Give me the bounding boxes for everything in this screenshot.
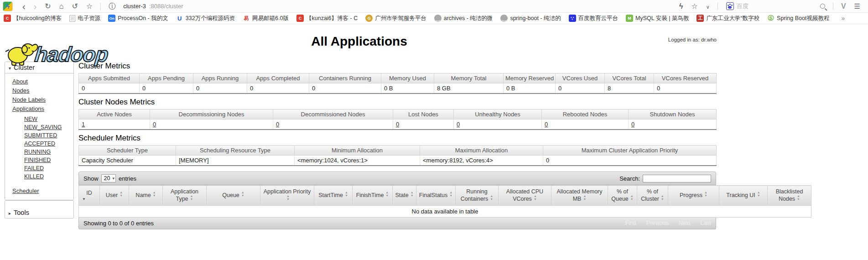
sort-header-progress[interactable]: Progress (668, 186, 719, 206)
expand-triangle-icon (9, 209, 11, 216)
address-bar[interactable]: cluster-3:8088/cluster (104, 3, 183, 10)
bookmark-label: 广东工业大学“数字校 (706, 15, 759, 22)
sidebar-item-state-submitted[interactable]: SUBMITTED (24, 132, 57, 139)
yarn-page: Logged in as: dr.who hadoop All Applicat… (0, 34, 718, 229)
column-header: Apps Submitted (79, 73, 140, 83)
sidebar-item-state-accepted[interactable]: ACCEPTED (24, 140, 55, 147)
pagination-last[interactable]: Last (700, 220, 711, 226)
download-icon[interactable] (841, 3, 846, 10)
sidebar-item-state-killed[interactable]: KILLED (24, 173, 44, 180)
page-size-select[interactable]: 20 (101, 174, 116, 182)
sort-header-starttime[interactable]: StartTime (314, 186, 353, 206)
bookmark-star-icon[interactable] (86, 3, 93, 10)
sort-header-pct-of-queue[interactable]: % of Queue (608, 186, 637, 206)
sort-header-user[interactable]: User (100, 186, 129, 206)
sort-icon (661, 196, 664, 203)
sort-header-name[interactable]: Name (129, 186, 163, 206)
sort-header-finalstatus[interactable]: FinalStatus (416, 186, 456, 206)
sort-header-pct-of-cluster[interactable]: % of Cluster (637, 186, 668, 206)
column-header: Memory Used (381, 73, 434, 83)
sidebar-item-state-running[interactable]: RUNNING (24, 149, 51, 155)
unhealthy-nodes-link[interactable]: 0 (457, 121, 460, 128)
column-header: Maximum Cluster Application Priority (543, 146, 717, 156)
site-info-icon[interactable] (109, 3, 116, 10)
bookmark-item[interactable]: OnProcessOn - 我的文 (108, 15, 168, 22)
bookmark-item[interactable]: 工广东工业大学“数字校 (696, 15, 759, 22)
forward-icon[interactable] (34, 2, 37, 11)
bookmarks-overflow-icon[interactable] (841, 15, 845, 22)
bookmark-item[interactable]: ‿spring-boot - 纯洁的 (500, 15, 561, 22)
bookmark-label: 【huicooling的博客 (13, 15, 62, 22)
sort-header-running-containers[interactable]: Running Containers (456, 186, 499, 206)
sort-header-state[interactable]: State (393, 186, 416, 206)
favorite-icon[interactable] (691, 3, 697, 10)
sort-header-finishtime[interactable]: FinishTime (353, 186, 393, 206)
sort-header-application-priority[interactable]: Application Priority (260, 186, 314, 206)
chevron-down-icon[interactable] (706, 3, 710, 10)
bookmark-label: archives - 纯洁的微 (444, 15, 493, 22)
metric-value: 0 (309, 83, 381, 94)
baidu-search-label[interactable]: 百度 (737, 2, 748, 10)
bookmark-item[interactable]: 电子资源 (69, 15, 100, 22)
reload-icon[interactable] (45, 3, 51, 10)
sidebar-item-about[interactable]: About (12, 78, 28, 85)
column-header: Memory Total (434, 73, 504, 83)
sidebar-item-scheduler[interactable]: Scheduler (12, 187, 39, 194)
sort-header-tracking-ui[interactable]: Tracking UI (719, 186, 768, 206)
sidebar-item-state-finished[interactable]: FINISHED (24, 157, 51, 163)
back-icon[interactable] (22, 2, 26, 11)
bookmark-item[interactable]: 易网易邮箱6.0版 (243, 15, 289, 22)
metric-value: 0 (193, 83, 247, 94)
bookmark-label: ProcessOn - 我的文 (118, 15, 168, 22)
sort-header-allocated-cpu-vcores[interactable]: Allocated CPU VCores (499, 186, 551, 206)
sort-header-application-type[interactable]: Application Type (163, 186, 207, 206)
table-search-input[interactable] (643, 175, 711, 182)
bookmark-item[interactable]: ⓈSpring Boot视频教程 (767, 15, 829, 22)
bookmark-item[interactable]: U332万个编程源码资 (176, 15, 235, 22)
lost-nodes-link[interactable]: 0 (396, 121, 399, 128)
pagination-previous[interactable]: Previous (646, 220, 669, 226)
rebooted-nodes-link[interactable]: 0 (545, 121, 548, 128)
pagination-next[interactable]: Next (679, 220, 691, 226)
menu-icon[interactable] (854, 3, 860, 10)
bookmark-item[interactable]: C【kunzai6】博客 - C (296, 15, 358, 22)
shutdown-nodes-link[interactable]: 0 (631, 121, 634, 128)
speed-mode-icon[interactable] (679, 3, 683, 10)
browser-logo-icon[interactable] (3, 1, 13, 11)
metric-value: 8 (605, 83, 654, 94)
metric-value: 0 (79, 83, 140, 94)
sort-header-allocated-memory-mb[interactable]: Allocated Memory MB (551, 186, 608, 206)
sidebar-item-applications[interactable]: Applications (12, 105, 44, 112)
sidebar-item-state-failed[interactable]: FAILED (24, 165, 44, 172)
sidebar-item-node-labels[interactable]: Node Labels (12, 96, 46, 103)
bookmark-item[interactable]: C【huicooling的博客 (4, 15, 62, 22)
search-icon[interactable] (820, 4, 825, 9)
decommissioned-nodes-link[interactable]: 0 (276, 121, 279, 128)
sort-header-blacklisted-nodes[interactable]: Blacklisted Nodes (768, 186, 811, 206)
column-header: Minimum Allocation (295, 146, 420, 156)
gdut-favicon: 工 (696, 15, 704, 22)
restore-icon[interactable] (72, 3, 78, 10)
decommissioning-nodes-link[interactable]: 0 (153, 121, 156, 128)
home-icon[interactable] (59, 3, 64, 10)
bookmark-item[interactable]: MMySQL 安装 | 菜鸟教 (626, 15, 689, 22)
bookmark-item[interactable]: ∵百度教育云平台 (569, 15, 619, 22)
apps-table-toolbar: Show 20 entries Search: (78, 172, 716, 185)
column-header: Memory Reserved (504, 73, 556, 83)
sidebar-item-nodes[interactable]: Nodes (12, 87, 30, 94)
sidebar-item-state-new[interactable]: NEW (24, 116, 37, 122)
sidebar-item-state-new-saving[interactable]: NEW_SAVING (24, 124, 62, 130)
blog-favicon: ‿ (434, 15, 442, 22)
pagination-first[interactable]: First (625, 220, 636, 226)
search-label: Search: (619, 175, 640, 182)
sort-header-queue[interactable]: Queue (207, 186, 260, 206)
baidu-paw-icon[interactable] (726, 2, 734, 10)
sidebar-section-tools[interactable]: Tools (5, 207, 73, 218)
bookmark-item[interactable]: ‿archives - 纯洁的微 (434, 15, 493, 22)
bookmark-item[interactable]: G广州市学驾服务平台 (365, 15, 426, 22)
pagination: First Previous Next Last (615, 220, 711, 226)
sort-header-id[interactable]: ID (79, 186, 100, 206)
hadoop-logo[interactable]: hadoop (4, 39, 118, 70)
sort-icon (797, 196, 800, 203)
active-nodes-link[interactable]: 1 (82, 121, 85, 128)
